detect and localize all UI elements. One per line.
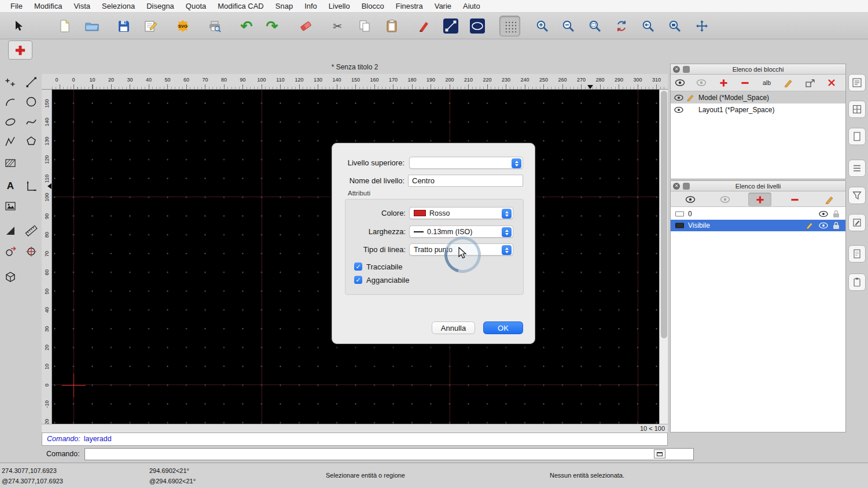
polygon-tool-button[interactable]: [22, 132, 41, 151]
menu-item-seleziona[interactable]: Seleziona: [96, 2, 141, 10]
menu-item-info[interactable]: Info: [299, 2, 323, 10]
points-tool-button[interactable]: [1, 73, 20, 91]
command-dock-button[interactable]: [654, 449, 665, 459]
layer-visibility-icon[interactable]: [819, 223, 828, 229]
layer-visibility-icon[interactable]: [819, 211, 828, 217]
menu-item-varie[interactable]: Varie: [429, 2, 457, 10]
rename-block-button[interactable]: alb: [759, 76, 774, 90]
layer-row-visibile[interactable]: Visibile: [671, 220, 845, 231]
remove-layer-button[interactable]: [783, 193, 806, 206]
visibility-eye-icon[interactable]: [674, 106, 683, 113]
notes-widget-toggle[interactable]: [848, 245, 866, 263]
menu-item-finestra[interactable]: Finestra: [390, 2, 429, 10]
edit-drawing-button[interactable]: [141, 16, 161, 36]
menu-item-file[interactable]: File: [5, 2, 28, 10]
blocks-widget-toggle[interactable]: [848, 74, 866, 91]
block-row-layout1[interactable]: Layout1 (*Paper_Space): [671, 103, 845, 116]
traceable-checkbox[interactable]: [354, 263, 362, 271]
parent-layer-dropdown[interactable]: [409, 157, 523, 169]
dimension-tool-button[interactable]: [22, 177, 41, 195]
zoom-redraw-button[interactable]: [611, 16, 632, 36]
undo-button[interactable]: ↶: [236, 16, 257, 36]
ok-button[interactable]: OK: [483, 321, 523, 334]
clipboard-widget-toggle[interactable]: [848, 273, 866, 291]
paste-button[interactable]: [381, 16, 402, 36]
page-widget-toggle[interactable]: [848, 128, 866, 145]
save-button[interactable]: [113, 16, 134, 36]
scrollbar-thumb[interactable]: [661, 91, 667, 338]
menu-item-snap[interactable]: Snap: [270, 2, 299, 10]
svg-export-button[interactable]: SVG: [172, 16, 193, 36]
cut-button[interactable]: ✂: [327, 16, 348, 36]
annotate-widget-toggle[interactable]: [848, 214, 866, 231]
close-panel-icon[interactable]: ✕: [673, 183, 680, 190]
layer-lock-icon[interactable]: [833, 221, 840, 230]
cancel-button[interactable]: Annulla: [432, 321, 475, 334]
delete-block-button[interactable]: [824, 76, 839, 90]
hide-all-layers-button[interactable]: [713, 193, 737, 206]
ellipse-tool-palette-button[interactable]: [1, 113, 20, 131]
add-layer-button[interactable]: [748, 193, 771, 206]
grid-toggle-button[interactable]: [499, 16, 520, 36]
vertical-scrollbar[interactable]: [659, 90, 668, 424]
detach-panel-icon[interactable]: [683, 66, 690, 73]
open-file-button[interactable]: [82, 16, 102, 36]
menu-item-modifica[interactable]: Modifica: [28, 2, 68, 10]
menu-item-disegna[interactable]: Disegna: [141, 2, 180, 10]
insert-block-button[interactable]: [803, 76, 818, 90]
snappable-checkbox[interactable]: [354, 276, 362, 284]
edit-block-button[interactable]: [781, 76, 796, 90]
copy-button[interactable]: [354, 16, 375, 36]
menu-item-livello[interactable]: Livello: [323, 2, 356, 10]
filter-widget-toggle[interactable]: [848, 187, 866, 204]
hide-all-blocks-button[interactable]: [694, 76, 709, 90]
command-input[interactable]: [84, 448, 694, 460]
zoom-out-button[interactable]: [558, 16, 579, 36]
spline-tool-button[interactable]: [22, 113, 41, 131]
menu-item-modifica-cad[interactable]: Modifica CAD: [212, 2, 269, 10]
menu-item-vista[interactable]: Vista: [68, 2, 96, 10]
text-tool-button[interactable]: A: [1, 177, 20, 195]
show-all-blocks-button[interactable]: [672, 76, 687, 90]
zoom-in-button[interactable]: [532, 16, 553, 36]
menu-item-aiuto[interactable]: Aiuto: [457, 2, 486, 10]
layer-name-input[interactable]: [408, 175, 523, 187]
delete-button[interactable]: [296, 16, 317, 36]
pen-properties-button[interactable]: [414, 16, 435, 36]
modify-tool-button[interactable]: [1, 242, 20, 261]
list-widget-toggle[interactable]: [848, 160, 866, 177]
snap-tool-button[interactable]: [22, 242, 41, 261]
menu-item-blocco[interactable]: Blocco: [356, 2, 390, 10]
arc-tool-button[interactable]: [1, 93, 20, 111]
polyline-tool-button[interactable]: [1, 132, 20, 151]
solid-fill-tool-button[interactable]: [1, 221, 20, 240]
block-row-model[interactable]: Model (*Model_Space): [671, 91, 845, 103]
edit-layer-button[interactable]: [818, 193, 841, 206]
print-preview-button[interactable]: [204, 16, 225, 36]
show-all-layers-button[interactable]: [679, 193, 702, 206]
line-tool-palette-button[interactable]: [22, 73, 41, 91]
zoom-window-button[interactable]: [664, 16, 685, 36]
zoom-pan-button[interactable]: [692, 16, 712, 36]
layer-row-0[interactable]: 0: [671, 208, 845, 220]
line-tool-button[interactable]: [440, 16, 461, 36]
new-document-button[interactable]: [54, 16, 75, 36]
layers-widget-toggle[interactable]: [848, 101, 866, 118]
ellipse-tool-button[interactable]: [467, 16, 488, 36]
color-dropdown[interactable]: Rosso: [409, 207, 513, 219]
detach-panel-icon[interactable]: [683, 183, 690, 190]
layer-lock-icon[interactable]: [833, 210, 840, 218]
add-layer-action-button[interactable]: [8, 40, 32, 60]
redo-button[interactable]: ↷: [262, 16, 282, 36]
circle-tool-button[interactable]: [22, 93, 41, 111]
remove-block-button[interactable]: [737, 76, 752, 90]
zoom-auto-button[interactable]: [584, 16, 605, 36]
visibility-eye-icon[interactable]: [674, 94, 683, 101]
close-panel-icon[interactable]: ✕: [673, 66, 680, 73]
image-tool-button[interactable]: [1, 197, 20, 216]
zoom-previous-button[interactable]: [638, 16, 659, 36]
add-block-button[interactable]: [716, 76, 731, 90]
solid-3d-tool-button[interactable]: [1, 267, 20, 286]
select-cursor-button[interactable]: [8, 16, 29, 36]
hatch-tool-button[interactable]: [1, 154, 20, 172]
